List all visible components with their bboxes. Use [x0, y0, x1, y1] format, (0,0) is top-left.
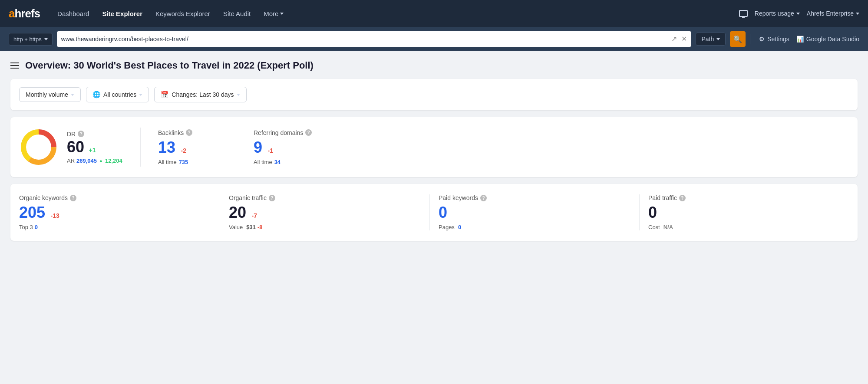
protocol-chevron-icon: [44, 38, 48, 40]
paid-traffic-sub-value: N/A: [663, 224, 673, 230]
changes-filter-label: Changes: Last 30 days: [172, 91, 234, 98]
paid-keywords-cell: Paid keywords ? 0 Pages 0: [430, 194, 640, 230]
dr-info: DR ? 60 +1 AR 269,045 ▲ 12,204: [67, 131, 123, 164]
paid-traffic-sub-label: Cost: [648, 224, 660, 230]
settings-link[interactable]: ⚙ Settings: [759, 36, 789, 43]
volume-filter-label: Monthly volume: [26, 91, 68, 98]
organic-traffic-value: 20: [229, 203, 246, 221]
organic-traffic-value-row: 20 -7: [229, 205, 421, 220]
organic-keywords-sub-value: 0: [35, 224, 38, 230]
paid-traffic-value-row: 0: [648, 205, 840, 220]
dr-section: DR ? 60 +1 AR 269,045 ▲ 12,204: [19, 128, 141, 167]
enterprise-label: Ahrefs Enterprise: [807, 10, 854, 17]
search-icon: 🔍: [733, 35, 742, 43]
page-title: Overview: 30 World's Best Places to Trav…: [25, 60, 314, 71]
logo-suffix: hrefs: [14, 7, 40, 20]
ref-domains-alltime-value: 34: [274, 159, 281, 165]
ref-domains-alltime-label: All time: [254, 159, 272, 165]
volume-filter[interactable]: Monthly volume: [19, 87, 81, 102]
globe-icon: 🌐: [92, 91, 101, 98]
screen-icon: [739, 10, 748, 17]
organic-traffic-sub: Value $31 -8: [229, 224, 421, 230]
logo[interactable]: ahrefs: [9, 7, 40, 20]
external-link-icon[interactable]: ↗: [671, 36, 677, 43]
chevron-down-icon: [280, 13, 284, 15]
ref-domains-value-row: 9 -1: [254, 140, 849, 155]
paid-traffic-sub: Cost N/A: [648, 224, 840, 230]
backlinks-value-row: 13 -2: [158, 140, 218, 155]
donut-svg: [19, 128, 58, 167]
gds-icon: 📊: [796, 36, 804, 43]
dr-label: DR ?: [67, 131, 123, 138]
organic-keywords-delta: -13: [51, 212, 59, 219]
settings-label: Settings: [767, 36, 789, 43]
paid-keywords-help-icon[interactable]: ?: [480, 195, 487, 201]
organic-keywords-value: 205: [19, 203, 45, 221]
protocol-label: http + https: [13, 36, 42, 43]
gds-link[interactable]: 📊 Google Data Studio: [796, 36, 859, 43]
logo-text: ahrefs: [9, 7, 40, 20]
reports-usage-button[interactable]: Reports usage: [755, 10, 800, 17]
paid-keywords-sub: Pages 0: [439, 224, 630, 230]
backlinks-help-icon[interactable]: ?: [186, 129, 192, 136]
url-right-links: ⚙ Settings 📊 Google Data Studio: [759, 36, 859, 43]
ar-row: AR 269,045 ▲ 12,204: [67, 158, 123, 164]
organic-keywords-label-text: Organic keywords: [19, 194, 68, 201]
organic-keywords-cell: Organic keywords ? 205 -13 Top 3 0: [19, 194, 220, 230]
dr-help-icon[interactable]: ?: [78, 131, 84, 137]
organic-traffic-sub-value: $31: [246, 224, 256, 230]
organic-traffic-label: Organic traffic ?: [229, 194, 421, 201]
filter-bar: Monthly volume 🌐 All countries 📅 Changes…: [10, 79, 858, 110]
calendar-icon: 📅: [161, 91, 169, 98]
ref-domains-value: 9: [254, 138, 262, 156]
ref-domains-help-icon[interactable]: ?: [305, 129, 312, 136]
backlinks-label-text: Backlinks: [158, 129, 184, 136]
dr-label-text: DR: [67, 131, 76, 138]
dr-value: 60: [67, 138, 84, 156]
divider: [750, 34, 750, 44]
ar-value: 269,045: [76, 158, 97, 164]
path-button[interactable]: Path: [696, 33, 726, 46]
nav-keywords-explorer[interactable]: Keywords Explorer: [150, 7, 215, 21]
main-content: Overview: 30 World's Best Places to Trav…: [0, 51, 868, 249]
url-input[interactable]: [61, 36, 668, 43]
logo-a: a: [9, 7, 14, 20]
organic-traffic-help-icon[interactable]: ?: [269, 195, 275, 201]
protocol-select[interactable]: http + https: [9, 33, 53, 46]
hamburger-icon[interactable]: [10, 62, 19, 69]
organic-keywords-sub-label: Top 3: [19, 224, 33, 230]
backlinks-section: Backlinks ? 13 -2 All time 735: [141, 129, 236, 165]
screen-button[interactable]: [739, 10, 748, 17]
countries-chevron-icon: [139, 94, 142, 96]
ref-domains-delta: -1: [267, 147, 273, 154]
paid-keywords-label-text: Paid keywords: [439, 194, 478, 201]
url-icons: ↗ ✕: [671, 36, 687, 43]
enterprise-button[interactable]: Ahrefs Enterprise: [807, 10, 859, 17]
paid-traffic-help-icon[interactable]: ?: [679, 195, 686, 201]
navbar: ahrefs Dashboard Site Explorer Keywords …: [0, 0, 868, 27]
paid-keywords-value: 0: [439, 203, 447, 221]
backlinks-value: 13: [158, 138, 175, 156]
close-icon[interactable]: ✕: [681, 36, 687, 43]
enterprise-chevron-icon: [856, 13, 859, 15]
ar-up-icon: ▲: [99, 158, 103, 163]
ar-label: AR: [67, 158, 75, 164]
volume-chevron-icon: [71, 94, 74, 96]
organic-keywords-help-icon[interactable]: ?: [70, 195, 76, 201]
organic-traffic-label-text: Organic traffic: [229, 194, 267, 201]
paid-keywords-sub-label: Pages: [439, 224, 455, 230]
nav-site-explorer[interactable]: Site Explorer: [97, 7, 148, 21]
nav-site-audit[interactable]: Site Audit: [218, 7, 256, 21]
countries-filter-label: All countries: [103, 91, 136, 98]
search-button[interactable]: 🔍: [730, 31, 746, 47]
gear-icon: ⚙: [759, 36, 765, 43]
top-stats-row: DR ? 60 +1 AR 269,045 ▲ 12,204 Backlinks: [10, 117, 858, 177]
organic-traffic-cell: Organic traffic ? 20 -7 Value $31 -8: [220, 194, 430, 230]
nav-more[interactable]: More: [258, 7, 289, 21]
countries-filter[interactable]: 🌐 All countries: [86, 87, 149, 102]
nav-dashboard[interactable]: Dashboard: [52, 7, 94, 21]
changes-filter[interactable]: 📅 Changes: Last 30 days: [154, 87, 246, 102]
ar-increase: 12,204: [105, 158, 122, 164]
ref-domains-label: Referring domains ?: [254, 129, 849, 136]
path-chevron-icon: [716, 38, 720, 40]
